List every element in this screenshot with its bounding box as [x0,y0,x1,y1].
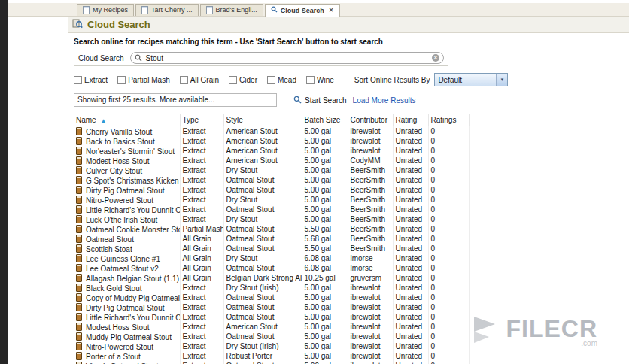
checkbox-extract[interactable]: Extract [74,76,108,84]
table-row[interactable]: Oatmeal Cookie Monster StoutPartial Mash… [74,224,627,234]
start-search-button[interactable]: Start Search [293,96,347,105]
table-row[interactable]: Scottish StoatAll GrainOatmeal Stout5.50… [74,244,627,253]
cell: 0 [428,175,469,185]
cell: Extract [180,302,223,312]
cell-filler [469,175,627,185]
cell: Extract [180,214,223,224]
cell: Extract [180,175,223,185]
cell: 5.00 gal [302,214,348,224]
table-row[interactable]: Culver City StoutExtractDry Stout5.00 ga… [74,165,627,175]
cell: Dry Stout (Irish) [223,341,302,351]
cell: Unrated [393,341,428,351]
cell-filler [469,293,627,302]
checkbox-partial-mash[interactable]: Partial Mash [117,76,170,84]
checkbox-icon [74,76,82,84]
checkbox-all-grain[interactable]: All Grain [180,76,219,84]
cell: Unrated [393,283,428,293]
recipe-doc-icon [206,6,213,14]
cell-name: Nor'easter's Stormin' Stout [74,146,180,156]
table-row[interactable]: Dirty Pig Oatmeal StoutExtractOatmeal St… [74,185,627,195]
checkbox-wine[interactable]: Wine [306,76,334,84]
cell-name: Dirty Pig Oatmeal Stout [74,185,180,195]
cell: Unrated [393,126,428,137]
table-row[interactable]: Luck O'the Irish StoutExtractDry Stout5.… [74,214,627,224]
search-group: Cloud Search Stout ✕ [74,50,448,66]
tab-my-recipes[interactable]: My Recipes [77,4,134,16]
table-row[interactable]: Back to Basics StoutExtractAmerican Stou… [74,136,627,146]
table-row[interactable]: Lee Oatmeal Stout v2All GrainOatmeal Sto… [74,263,627,273]
cell: Unrated [393,253,428,263]
cell: BeerSmith [348,165,393,175]
table-header-row: Name ▲ Type Style Batch Size Contributor… [74,114,627,126]
recipe-mug-icon [76,225,82,233]
column-header-rating[interactable]: Rating [393,114,428,126]
table-row[interactable]: Little Richard's You Dunnit Oat...Extrac… [74,205,627,214]
table-row[interactable]: Porter of a StoutExtractRobust Porter5.0… [74,351,627,361]
checkbox-mead[interactable]: Mead [267,76,296,84]
table-row[interactable]: Nitro-Powered StoutExtractDry Stout5.00 … [74,195,627,205]
cell: American Stout [223,146,302,156]
cloud-search-icon [72,18,83,32]
cell-filler [469,146,627,156]
table-row[interactable]: Allagash Belgian Stout (1.1)All GrainBel… [74,273,627,283]
cell: All Grain [180,244,223,253]
cell: 6.08 gal [302,263,348,273]
table-row[interactable]: Copy of Muddy Pig Oatmeal St...ExtractOa… [74,293,627,302]
table-row[interactable]: Black Gold StoutExtractDry Stout (Irish)… [74,283,627,293]
cell-filler [469,185,627,195]
column-header-contributor[interactable]: Contributor [348,114,393,126]
recipe-mug-icon [76,137,82,145]
column-header-name[interactable]: Name ▲ [74,114,180,126]
cell: 0 [428,126,469,137]
sort-dropdown[interactable]: Default ▼ [434,73,508,86]
table-row[interactable]: G Spot's Christmass Kicken StoutExtractO… [74,175,627,185]
cell-name: Little Richard's You Dunnit Oat... [74,205,180,214]
table-row[interactable]: Modest Hoss StoutExtractAmerican Stout5.… [74,156,627,165]
recipe-mug-icon [76,235,82,243]
cell: Unrated [393,165,428,175]
clear-search-icon[interactable]: ✕ [432,54,439,62]
table-row[interactable]: Lee Guiness Clone #1All GrainDry Stout6.… [74,253,627,263]
cell-filler [469,253,627,263]
column-header-style[interactable]: Style [223,114,302,126]
tab-tart-cherry[interactable]: Tart Cherry ... [135,4,199,16]
cell-filler [469,234,627,244]
cell-filler [469,263,627,273]
cell: American Stout [223,126,302,137]
recipe-mug-icon [76,352,82,360]
cell: 5.00 gal [302,126,348,137]
column-header-batch-size[interactable]: Batch Size [302,114,348,126]
cell: 10.25 gal [302,273,348,283]
page-title: Cloud Search [87,19,150,30]
table-row[interactable]: Oatmeal StoutAll GrainOatmeal Stout5.68 … [74,234,627,244]
cell: Oatmeal Stout [223,332,302,341]
cell: Unrated [393,175,428,185]
recipe-mug-icon [76,176,82,184]
table-row[interactable]: Nor'easter's Stormin' StoutExtractAmeric… [74,146,627,156]
checkbox-cider[interactable]: Cider [229,76,257,84]
recipe-mug-icon [76,127,82,135]
column-header-type[interactable]: Type [180,114,223,126]
tab-brads-english[interactable]: Brad's Engli... [200,4,263,16]
close-tab-icon[interactable]: ✕ [329,8,334,14]
cell: Oatmeal Stout [223,185,302,195]
cell: BeerSmith [348,224,393,234]
load-more-link[interactable]: Load More Results [353,96,416,105]
cell: All Grain [180,234,223,244]
tab-cloud-search[interactable]: Cloud Search ✕ [265,4,340,17]
table-row[interactable]: Dirty Pig Oatmeal StoutExtractOatmeal St… [74,302,627,312]
cell-filler [469,165,627,175]
cell: 5.68 gal [302,234,348,244]
search-input[interactable]: Stout ✕ [130,52,444,64]
cell: ibrewalot [348,322,393,332]
column-header-ratings[interactable]: Ratings [428,114,469,126]
cell-name: Copy of Muddy Pig Oatmeal St... [74,293,180,302]
instruction-text: Search online for recipes matching this … [68,33,629,48]
table-row[interactable]: Cherry Vanilla StoutExtractAmerican Stou… [74,126,627,137]
cell-name: Viper's Oatmeal Stout [74,361,180,364]
table-row[interactable]: Viper's Oatmeal StoutExtractOatmeal Stou… [74,361,627,364]
cell: 0 [428,165,469,175]
cell-name: Dirty Pig Oatmeal Stout [74,302,180,312]
cell: ibrewalot [348,351,393,361]
cell: 5.00 gal [302,361,348,364]
